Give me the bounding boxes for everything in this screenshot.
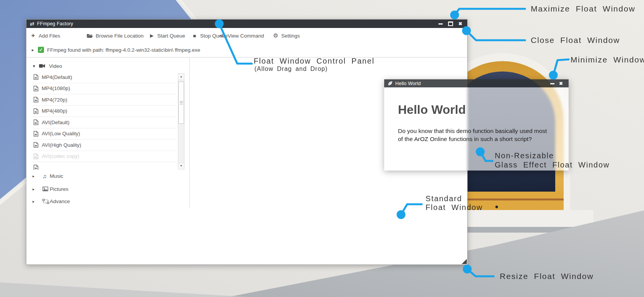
preset-item-avi-codec-copy[interactable]: AVI(codec copy) <box>32 151 176 162</box>
caret-right-icon: ▸ <box>33 199 34 203</box>
video-file-icon <box>33 119 39 125</box>
scroll-up-button[interactable]: ▲ <box>178 74 184 80</box>
window-title: FFmpeg Factory <box>37 21 73 26</box>
minimize-button[interactable] <box>438 21 443 27</box>
leaf-icon <box>388 81 393 86</box>
video-file-icon <box>33 164 39 170</box>
preset-list: MP4(Default) MP4(1080p) MP4(720p) MP4(48… <box>32 72 176 170</box>
video-file-icon <box>33 97 39 103</box>
preset-item-mp4-480p[interactable]: MP4(480p) <box>32 106 176 117</box>
annotation-glass-line2: Glass Effect Float Window <box>495 161 610 169</box>
minimize-icon <box>439 23 443 25</box>
scroll-grip-icon <box>180 101 183 104</box>
exchange-icon: ⇄ <box>30 21 34 26</box>
close-button[interactable]: ✖ <box>558 80 564 87</box>
hello-paragraph: Do you know that this demo function basi… <box>398 127 552 143</box>
caret-right-icon: ▸ <box>33 187 34 191</box>
hello-titlebar[interactable]: Hello World ✖ <box>384 79 569 87</box>
preset-item-partial[interactable] <box>32 162 176 170</box>
tree-label: Video <box>49 63 62 69</box>
resize-handle[interactable] <box>460 257 467 264</box>
picture-icon <box>42 187 48 191</box>
status-expander-caret-icon[interactable]: ▸ <box>32 48 34 53</box>
annotation-standard-line2: Float Window <box>426 203 483 212</box>
panel-divider <box>189 57 190 208</box>
annotation-glass-line1: Non-Resizable <box>495 151 554 160</box>
preset-label: AVI(Default) <box>42 120 70 125</box>
annotation-resize: Resize Float Window <box>500 272 593 281</box>
caret-down-icon: ▾ <box>33 64 35 69</box>
settings-button[interactable]: ⚙ Settings <box>273 28 300 43</box>
window-title: Hello World <box>395 81 421 86</box>
add-files-button[interactable]: + Add Files <box>30 28 60 43</box>
gear-icon: ⚙ <box>273 32 279 39</box>
music-note-icon: ♫ <box>42 173 47 179</box>
code-icon: </> <box>219 33 225 38</box>
ffmpeg-status-row: ▸ ✓ FFmpeg found with path: ffmpeg-4.0.2… <box>26 43 467 57</box>
preset-list-scrollbar[interactable]: ▲ ▼ <box>178 73 184 169</box>
close-icon: ✖ <box>559 81 563 86</box>
video-file-icon <box>33 131 39 137</box>
preset-label: MP4(Default) <box>42 74 72 80</box>
toolbar-label: Add Files <box>39 33 60 39</box>
preset-item-mp4-1080p[interactable]: MP4(1080p) <box>32 83 176 95</box>
hello-heading: Hello World <box>398 103 466 117</box>
preset-item-avi-high-quality[interactable]: AVI(High Quality) <box>32 139 176 151</box>
annotation-control-panel-sub: (Allow Drag and Drop) <box>254 66 328 72</box>
browse-file-location-button[interactable]: Browse File Location <box>86 28 143 43</box>
video-file-icon <box>33 85 39 92</box>
view-command-button[interactable]: </> View Command <box>219 28 264 43</box>
preset-item-mp4-720p[interactable]: MP4(720p) <box>32 94 176 106</box>
play-icon: ▶ <box>149 33 155 38</box>
plus-icon: + <box>30 32 36 39</box>
annotation-close: Close Float Window <box>531 36 620 45</box>
preset-label: MP4(720p) <box>42 97 67 103</box>
preset-label: MP4(480p) <box>42 108 67 114</box>
folder-open-icon <box>86 33 93 38</box>
video-file-icon <box>33 108 39 114</box>
preset-label: AVI(High Quality) <box>42 142 81 148</box>
close-button[interactable]: ✖ <box>458 21 463 27</box>
minimize-button[interactable] <box>549 80 555 87</box>
video-camera-icon <box>39 64 45 68</box>
preset-item-avi-low-quality[interactable]: AVI(Low Quality) <box>32 128 176 140</box>
preset-item-avi-default[interactable]: AVI(Default) <box>32 117 176 128</box>
ffmpeg-toolbar: + Add Files Browse File Location ▶ Start… <box>26 28 467 44</box>
status-check-icon: ✓ <box>38 47 44 53</box>
preset-label: MP4(1080p) <box>42 85 70 91</box>
start-queue-button[interactable]: ▶ Start Queue <box>149 28 185 43</box>
close-icon: ✖ <box>458 21 462 26</box>
desktop: ⇄ FFmpeg Factory ✖ + Add Files Browse Fi… <box>0 0 644 297</box>
toolbar-label: Start Queue <box>157 33 185 39</box>
annotation-minimize: Minimize Window <box>571 55 644 64</box>
tree-label: Pictures <box>50 186 68 192</box>
preset-label: AVI(Low Quality) <box>42 131 80 136</box>
toolbar-label: Settings <box>281 33 300 39</box>
object-group-icon <box>42 199 49 204</box>
annotation-control-panel: Float Window Control Panel <box>254 57 375 66</box>
scroll-down-button[interactable]: ▼ <box>178 162 184 169</box>
scroll-thumb[interactable] <box>178 82 184 124</box>
annotation-maximize: Maximize Float Window <box>531 4 636 13</box>
tree-label: Music <box>50 173 63 179</box>
maximize-icon <box>448 21 453 26</box>
ffmpeg-titlebar[interactable]: ⇄ FFmpeg Factory ✖ <box>26 20 467 28</box>
minimize-icon <box>550 83 554 84</box>
annotation-standard-line1: Standard <box>426 194 462 203</box>
stop-icon: ■ <box>192 33 197 39</box>
ffmpeg-path-status: FFmpeg found with path: ffmpeg-4.0.2-win… <box>47 47 200 53</box>
video-file-icon <box>33 153 39 159</box>
toolbar-label: Browse File Location <box>96 33 143 39</box>
preset-label: AVI(codec copy) <box>42 153 79 159</box>
caret-right-icon: ▸ <box>33 174 34 178</box>
preset-item-mp4-default[interactable]: MP4(Default) <box>32 72 176 83</box>
toolbar-label: View Command <box>228 33 264 39</box>
tree-label: Advance <box>50 199 70 204</box>
maximize-button[interactable] <box>448 21 453 27</box>
video-file-icon <box>33 142 39 148</box>
video-file-icon <box>33 74 39 80</box>
